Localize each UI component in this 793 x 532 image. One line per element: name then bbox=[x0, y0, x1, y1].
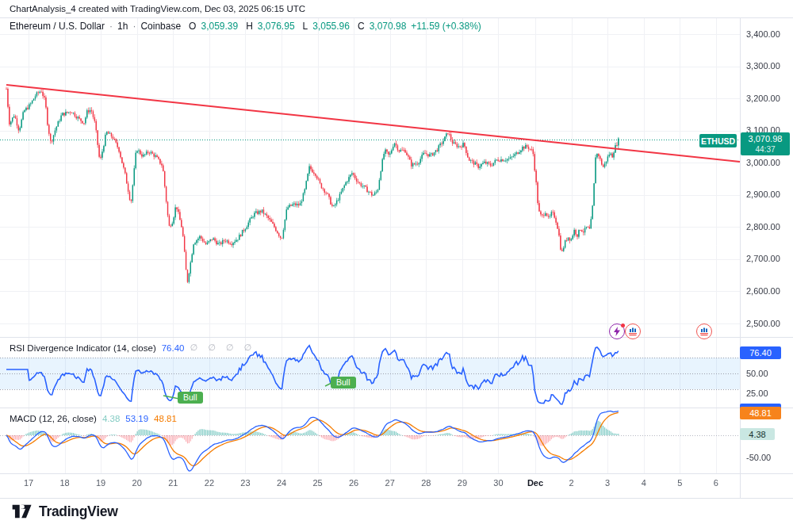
symbol-interval[interactable]: 1h bbox=[117, 21, 128, 32]
rsi-axis-label: 50.00 bbox=[746, 369, 768, 378]
ohlc-close-value: 3,070.98 bbox=[370, 21, 407, 32]
legend-separator: · bbox=[109, 21, 113, 32]
rsi-legend[interactable]: RSI Divergence Indicator (14, close) 76.… bbox=[10, 343, 255, 353]
time-axis-label: 23 bbox=[240, 478, 250, 488]
symbol-price-tag: ETHUSD bbox=[699, 134, 737, 147]
time-axis-label: 19 bbox=[96, 478, 105, 488]
price-change: +11.59 (+0.38%) bbox=[411, 21, 481, 32]
brand-name: TradingView bbox=[39, 503, 117, 520]
ohlc-low-value: 3,055.96 bbox=[312, 21, 350, 32]
macd-legend[interactable]: MACD (12, 26, close) 4.38 53.19 48.81 bbox=[10, 414, 177, 423]
alert-dot bbox=[621, 323, 625, 327]
page-title: ChartAnalysis_4 created with TradingView… bbox=[10, 4, 305, 13]
economic-event-icon[interactable] bbox=[696, 323, 712, 339]
time-axis-label: 30 bbox=[493, 478, 503, 488]
time-axis-label: 6 bbox=[714, 478, 718, 488]
symbol-exchange: Coinbase bbox=[140, 21, 181, 32]
ohlc-close-label: C bbox=[358, 21, 365, 32]
time-axis-label: 26 bbox=[349, 478, 358, 488]
chart-canvas[interactable] bbox=[0, 0, 793, 532]
symbol-name[interactable]: Ethereum / U.S. Dollar bbox=[10, 21, 105, 32]
lightning-bolt-glyph bbox=[613, 327, 621, 336]
macd-hist-badge: 4.38 bbox=[740, 428, 775, 440]
time-axis-label: 5 bbox=[677, 478, 682, 488]
time-axis-label: 28 bbox=[421, 478, 431, 488]
macd-line-value: 53.19 bbox=[125, 414, 148, 423]
rsi-value-badge: 76.40 bbox=[740, 346, 781, 359]
time-axis-label: Dec bbox=[527, 478, 543, 488]
time-axis-label: 22 bbox=[205, 478, 214, 488]
price-axis-label: 3,300.00 bbox=[746, 61, 780, 71]
rsi-null-values: ∅ ∅ ∅ ∅ bbox=[190, 343, 256, 353]
lightning-event-icon[interactable] bbox=[609, 323, 625, 339]
bull-divergence-label: Bull bbox=[331, 377, 356, 388]
price-axis-label: 2,800.00 bbox=[746, 222, 780, 232]
rsi-axis-label: 25.00 bbox=[746, 388, 768, 398]
rsi-value: 76.40 bbox=[162, 343, 185, 353]
macd-axis-label: -50.00 bbox=[746, 453, 771, 462]
economic-event-icon[interactable] bbox=[625, 323, 641, 339]
symbol-legend[interactable]: Ethereum / U.S. Dollar · 1h · Coinbase O… bbox=[10, 21, 481, 32]
macd-title[interactable]: MACD (12, 26, close) bbox=[10, 414, 97, 423]
time-axis-label: 2 bbox=[569, 478, 574, 488]
ohlc-open-label: O bbox=[189, 21, 196, 32]
ohlc-high-label: H bbox=[246, 21, 253, 32]
macd-signal-badge: 48.81 bbox=[740, 407, 781, 419]
tradingview-mark-icon bbox=[11, 503, 33, 520]
rsi-title[interactable]: RSI Divergence Indicator (14, close) bbox=[10, 343, 156, 353]
macd-signal-value: 48.81 bbox=[154, 414, 177, 423]
ohlc-open-value: 3,059.39 bbox=[201, 21, 238, 32]
macd-hist-value: 4.38 bbox=[102, 414, 120, 423]
time-axis-label: 27 bbox=[385, 478, 395, 488]
tradingview-logo[interactable]: TradingView bbox=[11, 503, 117, 520]
price-axis-label: 2,600.00 bbox=[746, 286, 780, 296]
time-axis-label: 29 bbox=[458, 478, 467, 488]
last-price-badge: 3,070.98 44:37 bbox=[741, 132, 790, 155]
price-axis-label: 2,900.00 bbox=[746, 189, 780, 199]
last-price: 3,070.98 bbox=[749, 134, 783, 144]
time-axis-label: 25 bbox=[312, 478, 322, 488]
ohlc-low-label: L bbox=[303, 21, 308, 32]
price-axis-label: 2,700.00 bbox=[746, 254, 780, 263]
time-axis-label: 20 bbox=[132, 478, 142, 488]
price-axis-label: 3,000.00 bbox=[746, 158, 780, 167]
legend-separator: · bbox=[132, 21, 136, 32]
price-axis-label: 3,200.00 bbox=[746, 94, 780, 103]
bull-divergence-label: Bull bbox=[178, 392, 203, 404]
price-axis-label: 3,400.00 bbox=[746, 29, 780, 39]
time-axis-label: 17 bbox=[24, 478, 33, 488]
price-axis-label: 2,500.00 bbox=[746, 319, 780, 328]
time-axis-label: 24 bbox=[277, 478, 286, 488]
time-axis-label: 3 bbox=[605, 478, 610, 488]
economic-calendar-glyph bbox=[628, 327, 638, 336]
time-axis-label: 21 bbox=[168, 478, 178, 488]
time-axis-label: 4 bbox=[642, 478, 646, 488]
ohlc-high-value: 3,076.95 bbox=[258, 21, 295, 32]
time-axis-label: 18 bbox=[59, 478, 69, 488]
bar-countdown: 44:37 bbox=[755, 144, 775, 155]
economic-calendar-glyph bbox=[699, 327, 709, 336]
